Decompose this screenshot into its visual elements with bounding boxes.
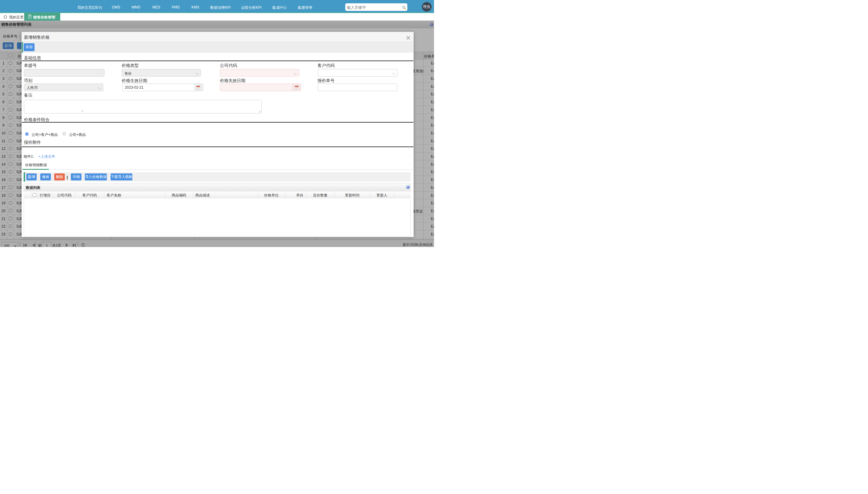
- svg-text:?: ?: [407, 186, 409, 189]
- svg-text:17: 17: [296, 87, 298, 89]
- svg-text:17: 17: [197, 87, 200, 89]
